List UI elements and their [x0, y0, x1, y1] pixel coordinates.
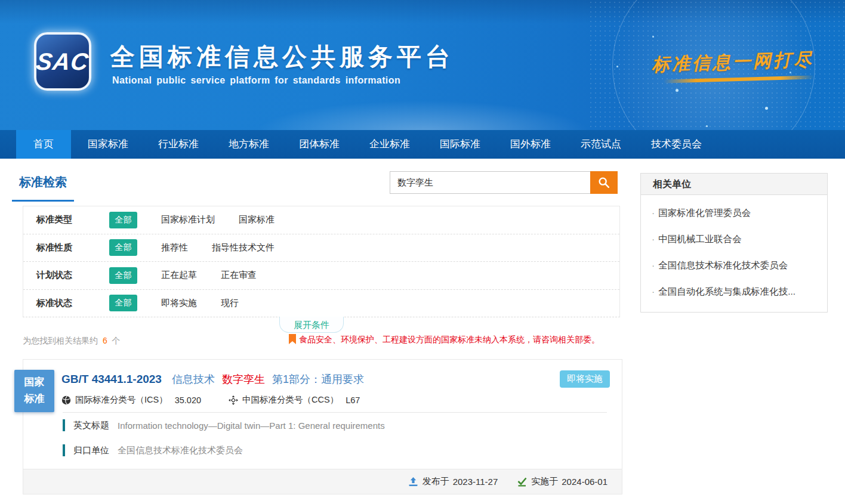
results-count-number: 6	[103, 336, 107, 345]
standard-type-badge: 国家 标准	[14, 370, 54, 412]
filter-option[interactable]: 正在审查	[221, 270, 257, 281]
implement-label: 实施于	[531, 476, 558, 487]
site-subtitle: National public service platform for sta…	[112, 75, 400, 86]
ics-label: 国际标准分类号（ICS）	[75, 394, 168, 406]
filter-label: 标准类型	[36, 214, 94, 225]
section-title-standard-search: 标准检索	[12, 174, 74, 202]
nav-item-international-standards[interactable]: 国际标准	[427, 130, 494, 159]
sac-logo[interactable]: SAC	[34, 32, 91, 91]
department-row: 归口单位 全国信息技术标准化技术委员会	[63, 444, 243, 456]
publish-label: 发布于	[422, 476, 449, 487]
sparkle-dots-decoration	[652, 36, 654, 38]
filter-row-standard-status: 标准状态 全部 即将实施 现行	[23, 289, 619, 317]
department-label: 归口单位	[73, 445, 109, 456]
ics-group: 国际标准分类号（ICS） 35.020	[61, 394, 201, 406]
upload-icon	[408, 477, 418, 487]
nav-item-home[interactable]: 首页	[16, 130, 71, 159]
filter-option[interactable]: 现行	[221, 298, 239, 309]
ccs-label: 中国标准分类号（CCS）	[242, 394, 338, 406]
bookmark-icon	[289, 334, 296, 344]
results-notice: 食品安全、环境保护、工程建设方面的国家标准未纳入本系统，请咨询相关部委。	[289, 334, 600, 345]
standard-title-post[interactable]: 第1部分：通用要求	[272, 373, 364, 385]
filter-panel: 标准类型 全部 国家标准计划 国家标准 标准性质 全部 推荐性 指导性技术文件 …	[23, 206, 620, 317]
implement-date-group: 实施于 2024-06-01	[517, 476, 607, 487]
related-units-list: 国家标准化管理委员会 中国机械工业联合会 全国信息技术标准化技术委员会 全国自动…	[641, 195, 827, 312]
filter-all-button[interactable]: 全部	[109, 267, 137, 284]
filter-row-plan-status: 计划状态 全部 正在起草 正在审查	[23, 261, 619, 289]
filter-option[interactable]: 即将实施	[161, 298, 197, 309]
nav-item-pilot[interactable]: 示范试点	[568, 130, 634, 159]
related-unit-link[interactable]: 国家标准化管理委员会	[641, 200, 827, 226]
filter-option[interactable]: 正在起草	[161, 270, 197, 281]
english-title-value: Information technology—Digital twin—Part…	[118, 420, 385, 431]
nav-item-technical-committee[interactable]: 技术委员会	[638, 130, 715, 159]
filter-option[interactable]: 推荐性	[161, 242, 188, 253]
nav-item-local-standards[interactable]: 地方标准	[215, 130, 282, 159]
nav-item-enterprise-standards[interactable]: 企业标准	[356, 130, 423, 159]
publish-date: 2023-11-27	[453, 477, 498, 487]
search-input[interactable]	[390, 171, 590, 194]
standard-title-link[interactable]: GB/T 43441.1-2023 信息技术 数字孪生 第1部分：通用要求	[61, 372, 368, 386]
filter-option[interactable]: 国家标准	[239, 214, 275, 225]
department-value: 全国信息技术标准化技术委员会	[118, 445, 243, 456]
filter-row-standard-nature: 标准性质 全部 推荐性 指导性技术文件	[23, 234, 619, 262]
related-units-panel: 相关单位 国家标准化管理委员会 中国机械工业联合会 全国信息技术标准化技术委员会…	[640, 173, 828, 313]
results-count: 为您找到相关结果约 6 个	[23, 336, 121, 347]
check-icon	[517, 477, 527, 487]
main-nav: 首页 国家标准 行业标准 地方标准 团体标准 企业标准 国际标准 国外标准 示范…	[0, 130, 845, 159]
filter-label: 标准状态	[36, 298, 94, 309]
standard-type-line2: 标准	[14, 391, 54, 407]
card-footer: 发布于 2023-11-27 实施于 2024-06-01	[23, 469, 622, 494]
nav-item-foreign-standards[interactable]: 国外标准	[497, 130, 564, 159]
english-title-label: 英文标题	[73, 420, 109, 431]
implement-date: 2024-06-01	[562, 477, 607, 487]
filter-option[interactable]: 指导性技术文件	[212, 242, 275, 253]
related-unit-link[interactable]: 全国自动化系统与集成标准化技...	[641, 279, 827, 305]
search-box	[390, 171, 618, 194]
expand-conditions-button[interactable]: 展开条件	[279, 317, 344, 333]
site-header: SAC 全国标准信息公共服务平台 National public service…	[0, 0, 845, 130]
standard-type-line1: 国家	[14, 374, 54, 391]
teal-bar-decoration	[63, 419, 65, 431]
related-units-title: 相关单位	[641, 174, 827, 195]
filter-all-button[interactable]: 全部	[109, 295, 137, 311]
classification-row: 国际标准分类号（ICS） 35.020 中国标准分类号（CCS） L67	[61, 394, 360, 406]
filter-row-standard-type: 标准类型 全部 国家标准计划 国家标准	[23, 206, 619, 234]
filter-label: 标准性质	[36, 242, 94, 253]
filter-all-button[interactable]: 全部	[109, 239, 137, 256]
related-unit-link[interactable]: 中国机械工业联合会	[641, 226, 827, 252]
ccs-group: 中国标准分类号（CCS） L67	[229, 394, 360, 406]
ccs-value: L67	[346, 395, 360, 405]
nav-item-group-standards[interactable]: 团体标准	[286, 130, 353, 159]
nav-item-industry-standards[interactable]: 行业标准	[145, 130, 212, 159]
ics-value: 35.020	[175, 395, 201, 405]
related-unit-link[interactable]: 全国信息技术标准化技术委员会	[641, 252, 827, 279]
status-badge: 即将实施	[560, 370, 610, 388]
publish-date-group: 发布于 2023-11-27	[408, 476, 498, 487]
filter-label: 计划状态	[36, 270, 94, 281]
search-icon	[597, 176, 610, 189]
site-title: 全国标准信息公共服务平台	[110, 41, 454, 73]
search-button[interactable]	[590, 171, 618, 194]
results-notice-text: 食品安全、环境保护、工程建设方面的国家标准未纳入本系统，请咨询相关部委。	[299, 334, 600, 345]
card-divider	[63, 412, 607, 413]
filter-all-button[interactable]: 全部	[109, 212, 137, 228]
standard-title-highlight[interactable]: 数字孪生	[222, 373, 265, 385]
page: SAC 全国标准信息公共服务平台 National public service…	[0, 0, 845, 504]
english-title-row: 英文标题 Information technology—Digital twin…	[63, 419, 385, 431]
results-count-prefix: 为您找到相关结果约	[23, 336, 98, 345]
sac-logo-text: SAC	[35, 48, 91, 75]
nav-item-national-standards[interactable]: 国家标准	[75, 130, 141, 159]
standard-code[interactable]: GB/T 43441.1-2023	[61, 373, 162, 385]
results-count-suffix: 个	[112, 336, 121, 345]
filter-option[interactable]: 国家标准计划	[161, 214, 215, 225]
compass-icon	[229, 395, 238, 405]
standard-title-pre[interactable]: 信息技术	[172, 373, 215, 385]
result-card: 国家 标准 即将实施 GB/T 43441.1-2023 信息技术 数字孪生 第…	[23, 359, 622, 494]
teal-bar-decoration	[63, 444, 65, 456]
globe-icon	[61, 395, 71, 405]
